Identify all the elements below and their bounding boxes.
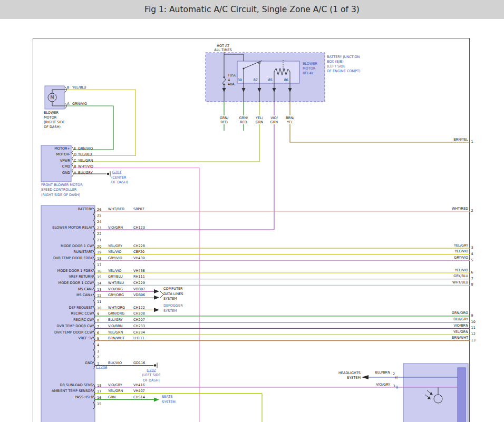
wire-color-label: VIO/ <box>270 116 278 120</box>
edge-pin-number: 4 <box>471 252 473 256</box>
circuit-number: GD116 <box>133 361 145 365</box>
system-arrow <box>154 308 159 312</box>
relay-pin-number: 86 <box>284 78 288 82</box>
wire-color-label: YEL/VIO <box>108 269 121 273</box>
wire-color-label: YEL/GRN <box>77 159 93 163</box>
wire-color-label: GRY/VIO <box>108 256 122 260</box>
wire-relay-86-edge <box>290 102 470 142</box>
edge-pin-number: 13 <box>471 338 476 342</box>
pin-number: 10 <box>97 306 101 310</box>
circuit-number: CH123 <box>133 225 145 230</box>
edge-wire-label: VIO/GRY <box>376 382 390 387</box>
hot-at-label: HOT AT <box>217 44 229 48</box>
pin-number: 18 <box>97 257 101 261</box>
pin-number: 6 <box>97 331 99 335</box>
system-label-computer: SYSTEM <box>163 297 177 301</box>
circuit-number: LH111 <box>133 336 144 340</box>
wire-color-label: GRN <box>256 120 264 124</box>
pin-function-label: DEF REQUEST <box>69 306 93 310</box>
edge-pin-number: 1 <box>471 140 473 144</box>
bjb-name-line: BOX (BJB) <box>327 60 343 64</box>
circuit-number: VH439 <box>133 256 145 260</box>
pin-number: 21 <box>97 238 101 242</box>
pin-number: 7 <box>97 325 99 329</box>
system-arrow <box>154 289 159 293</box>
pin-function-label: DVR TEMP DOOR FDBK <box>53 256 93 260</box>
bjb-name-line: (LEFT SIDE <box>327 64 345 68</box>
wire-motor-plus <box>67 106 113 150</box>
ground-dot <box>154 364 156 366</box>
pin-function-label: MS CAN+ <box>76 293 93 297</box>
pin-bracket <box>72 146 73 153</box>
wire-motor-minus <box>67 90 135 156</box>
edge-wire-label: WHT/RED <box>452 207 468 211</box>
pin-number: 19 <box>97 250 101 254</box>
edge-wire-label: WHT/BLU <box>452 280 468 284</box>
wire-color-label: BLK/VIO <box>108 361 122 365</box>
edge-wire-label: GRY/VIO <box>454 256 468 260</box>
system-arrow <box>154 296 159 300</box>
pin-function-label: DVR TEMP DOOR CW <box>57 324 93 328</box>
wire-color-label: GRN/ <box>220 116 229 120</box>
edge-wire-label: GRY/BLU <box>453 274 468 278</box>
circuit-number: CH208 <box>133 311 145 316</box>
figure-page: Fig 1: Automatic A/C Circuit, Single Zon… <box>0 0 504 422</box>
pin-bracket <box>72 153 73 159</box>
edge-wire-label: YEL/VIO <box>454 268 468 272</box>
wire-color-label: YEL <box>286 120 293 124</box>
pin-letter: C <box>74 159 76 163</box>
ground-link-g202[interactable]: G202 <box>147 368 156 372</box>
wire-color-label: BLU/GRY <box>108 318 123 322</box>
wiring-diagram: HOT AT ALL TIMES FUSE 4 40A 30 87 85 86 … <box>0 0 504 422</box>
pin-number: 17 <box>97 389 101 394</box>
controller-pin-label: VPWR <box>60 159 71 163</box>
pin-number: 3 <box>97 349 99 354</box>
edge-pin-number: 5 <box>471 258 473 262</box>
pin-number: 5 <box>97 337 99 341</box>
pin-number: 22 <box>97 232 101 236</box>
wire-color-label: YEL/ <box>255 116 264 120</box>
fuse-name: FUSE <box>228 73 237 77</box>
blower-name-line: MOTOR <box>44 115 57 120</box>
pin-function-label: MODE DOOR 1 FDBK <box>57 269 93 273</box>
pin-number: 12 <box>97 293 101 298</box>
system-link-seats[interactable]: SEATS <box>162 395 172 399</box>
wire-color-label: YEL/VIO <box>108 250 121 254</box>
circuit-number: CH234 <box>133 330 145 335</box>
controller-name-line: FRONT BLOWER MOTOR <box>41 183 83 187</box>
pin-number: 20 <box>97 244 101 249</box>
pin-letter: A <box>67 102 70 106</box>
pin-function-label: DR SUNLOAD SENS <box>60 383 93 387</box>
wire-color-label: VIO/GRY <box>108 383 122 387</box>
circuit-number: CH229 <box>133 281 145 285</box>
pin-number: 17 <box>97 263 101 267</box>
pin-bracket <box>72 171 73 177</box>
ground-link-g201[interactable]: G201 <box>112 170 121 174</box>
system-link-seats[interactable]: SYSTEM <box>162 400 176 404</box>
wire-color-label: YEL/BLU <box>72 85 86 90</box>
pin-function-label: MODE DOOR 1 CW <box>61 244 93 248</box>
wire-color-label: WHT/RED <box>108 207 124 211</box>
pin-number: 25 <box>97 213 101 218</box>
pin-letter: B <box>74 164 76 169</box>
system-arrow <box>154 397 159 401</box>
edge-pin-number: 2 <box>471 209 473 213</box>
wire-color-label: GRN/ORG <box>108 311 124 316</box>
wire-color-label: VIO/ORG <box>108 287 123 291</box>
wire-color-label: GRN/VIO <box>72 102 87 106</box>
edge-wire-label: BRN/YEL <box>453 138 468 142</box>
ground-location-line: (CENTER <box>111 175 127 180</box>
wire-color-label: WHT/BLU <box>108 281 124 285</box>
pin-bracket <box>72 165 73 171</box>
speed-controller-box <box>41 145 71 182</box>
sunload-connector-bar <box>458 368 466 422</box>
system-link-defogger[interactable]: DEFOGGER <box>163 303 183 308</box>
pin-number: 9 <box>97 312 99 316</box>
system-link-defogger[interactable]: SYSTEM <box>163 309 177 313</box>
fuse-rating: 40A <box>228 82 235 86</box>
pin-function-label: VREF 5V <box>79 336 93 340</box>
blower-name-line: (RIGHT SIDE <box>44 120 65 124</box>
wire-color-label: VIO/BRN <box>108 324 123 328</box>
circuit-number: CHS14 <box>133 395 145 399</box>
circuit-number: CH207 <box>133 318 145 322</box>
